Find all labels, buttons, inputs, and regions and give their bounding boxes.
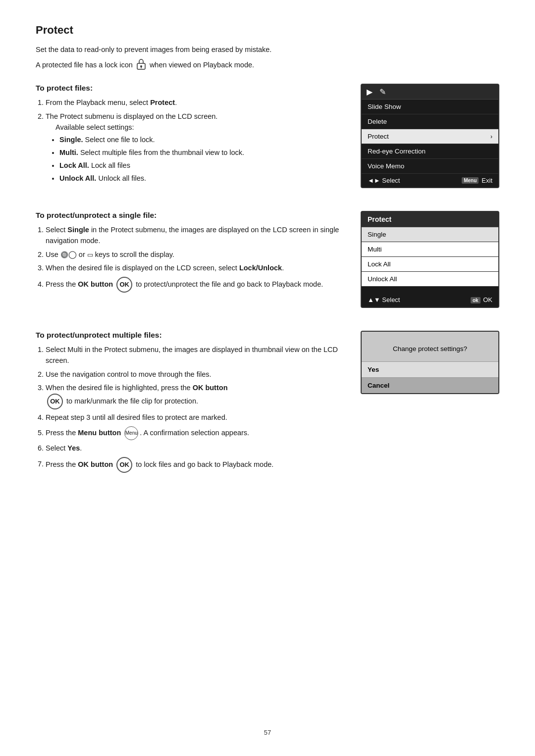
step1-2: The Protect submenu is displayed on the … [46,111,343,184]
bullets-list: Single. Select one file to lock. Multi. … [46,135,343,184]
playback-icon: ▶ [367,87,373,97]
menu-badge: Menu [462,177,479,184]
nav-icon-1: 🔘 [60,251,68,258]
menu-slideshow[interactable]: Slide Show [362,100,498,114]
edit-icon: ✎ [379,87,386,97]
intro-line2-suffix: when viewed on Playback mode. [150,61,254,69]
section3-left: To protect/unprotect multiple files: Sel… [36,331,343,477]
camera-screen-1: ▶ ✎ Slide Show Delete Protect › Red-eye … [361,84,499,188]
section2-screen: Protect Single Multi Lock All Unlock All… [361,211,499,317]
step3-2: Use the navigation control to move throu… [46,369,343,380]
menu-protect[interactable]: Protect › [362,129,498,144]
section3-steps: Select Multi in the Protect submenu, the… [36,345,343,473]
section1-steps: From the Playback menu, select Protect. … [36,98,343,184]
protect-multi[interactable]: Multi [362,242,498,257]
dialog-buttons: Yes Cancel [362,361,498,393]
camera-screen-3: Change protect settings? Yes Cancel [361,331,499,394]
step3-3: When the desired file is highlighted, pr… [46,383,343,409]
cancel-label: Cancel [368,382,389,389]
step3-4: Repeat step 3 until all desired files to… [46,412,343,423]
bullet-unlockall: Unlock All. Unlock all files. [59,173,343,184]
dialog-text: Change protect settings? [393,345,467,353]
dialog-yes-btn[interactable]: Yes [362,361,498,377]
section2-steps: Select Single in the Protect submenu, th… [36,225,343,293]
yes-label: Yes [368,366,379,373]
intro-line2: A protected file has a lock icon when vi… [36,57,499,72]
protect-lockall[interactable]: Lock All [362,257,498,272]
bullet-single: Single. Select one file to lock. [59,135,343,146]
step3-5: Press the Menu button Menu. A confirmati… [46,426,343,440]
screen2-footer-left: ▲▼ Select [368,296,400,303]
nav-icon-2: ▭ [87,251,93,258]
protect-unlockall[interactable]: Unlock All [362,272,498,287]
screen1-footer: ◄► Select Menu Exit [362,174,498,187]
bullet-multi: Multi. Select multiple files from the th… [59,148,343,158]
step3-6: Select Yes. [46,443,343,454]
camera-screen-2: Protect Single Multi Lock All Unlock All… [361,211,499,308]
menu-button-icon: Menu [124,426,138,440]
menu-voicememo[interactable]: Voice Memo [362,159,498,174]
section2-block: To protect/unprotect a single file: Sele… [36,211,499,317]
protect-single[interactable]: Single [362,227,498,242]
section1-block: To protect files: From the Playback menu… [36,84,499,197]
step3-1: Select Multi in the Protect submenu, the… [46,345,343,366]
screen1-header: ▶ ✎ [362,85,498,100]
screen1-footer-right: Menu Exit [462,177,492,184]
menu-delete[interactable]: Delete [362,114,498,129]
section2-heading: To protect/unprotect a single file: [36,211,343,220]
dialog-cancel-btn[interactable]: Cancel [362,377,498,393]
step1-1: From the Playback menu, select Protect. [46,98,343,108]
step2-4: Press the OK button OK to protect/unprot… [46,277,343,293]
select-arrows: ◄► Select [368,177,400,184]
screen2-spacer [362,287,498,293]
step3-7: Press the OK button OK to lock files and… [46,457,343,473]
lock-icon [136,57,147,72]
exit-label: Exit [482,177,492,184]
chevron-icon: › [490,133,492,140]
screen2-footer-right: ok OK [471,296,492,303]
ok-button-icon-1: OK [116,277,132,293]
svg-point-1 [140,65,142,67]
ok-label: OK [483,296,492,303]
intro-line2-prefix: A protected file has a lock icon [36,61,133,69]
menu-redeye[interactable]: Red-eye Correction [362,144,498,159]
section3-screen: Change protect settings? Yes Cancel [361,331,499,477]
bullet-lockall: Lock All. Lock all files [59,160,343,171]
step2-2: Use 🔘◯ or ▭ keys to scroll the display. [46,250,343,260]
section1-left: To protect files: From the Playback menu… [36,84,343,197]
step2-1: Select Single in the Protect submenu, th… [46,225,343,247]
step2-3: When the desired file is displayed on th… [46,263,343,274]
ok-button-icon-3: OK [116,457,132,473]
section2-left: To protect/unprotect a single file: Sele… [36,211,343,317]
screen2-header: Protect [362,212,498,227]
section3-heading: To protect/unprotect multiple files: [36,331,343,340]
screen2-footer: ▲▼ Select ok OK [362,293,498,307]
ok-button-icon-2: OK [47,394,63,409]
intro-line1: Set the data to read-only to prevent ima… [36,46,499,53]
ok-badge: ok [471,297,481,303]
section3-block: To protect/unprotect multiple files: Sel… [36,331,499,477]
screen1-footer-left: ◄► Select [368,177,400,184]
section1-heading: To protect files: [36,84,343,93]
page-title: Protect [36,24,499,37]
available-text: Available select settings: [55,122,343,133]
page-number: 57 [0,729,535,736]
section1-screen: ▶ ✎ Slide Show Delete Protect › Red-eye … [361,84,499,197]
dialog-body: Change protect settings? [362,332,498,361]
